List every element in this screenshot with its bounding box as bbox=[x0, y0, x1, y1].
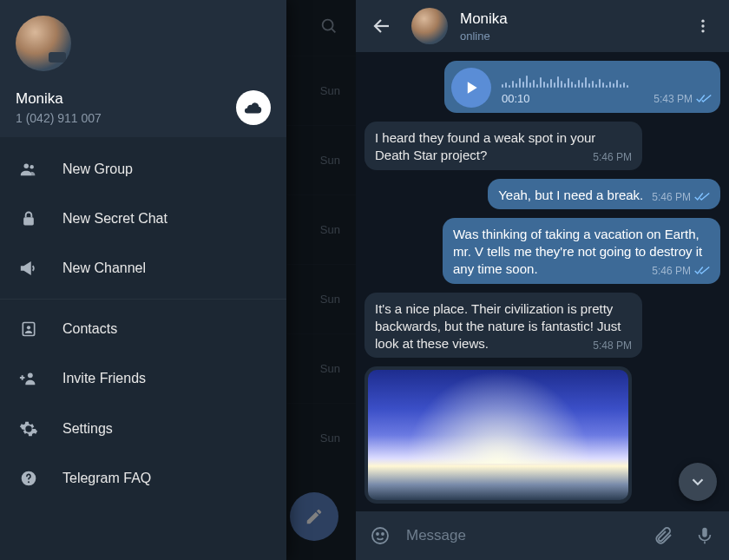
message-body: I heard they found a weak spot in your D… bbox=[375, 130, 595, 162]
emoji-button[interactable] bbox=[361, 517, 399, 555]
invite-icon bbox=[19, 369, 38, 388]
chevron-down-icon bbox=[688, 472, 707, 491]
attach-button[interactable] bbox=[644, 517, 682, 555]
drawer-menu: New Group New Secret Chat New Channel bbox=[0, 137, 286, 510]
gear-icon bbox=[19, 419, 38, 438]
svg-point-2 bbox=[24, 164, 30, 169]
svg-point-13 bbox=[372, 528, 388, 544]
menu-new-secret-chat[interactable]: New Secret Chat bbox=[0, 194, 286, 243]
message-text[interactable]: It's a nice place. Their civilization is… bbox=[364, 293, 642, 359]
drawer-panel: Sun Sun Sun Sun Sun Sun Monika 1 (042) 9… bbox=[0, 0, 356, 560]
menu-settings[interactable]: Settings bbox=[0, 404, 286, 454]
menu-label: New Channel bbox=[62, 260, 146, 276]
search-icon[interactable] bbox=[319, 16, 338, 39]
menu-label: Telegram FAQ bbox=[62, 471, 151, 486]
saved-messages-button[interactable] bbox=[236, 90, 271, 125]
chat-avatar[interactable] bbox=[411, 8, 448, 44]
voice-record-button[interactable] bbox=[686, 517, 724, 555]
menu-invite-friends[interactable]: Invite Friends bbox=[0, 353, 286, 404]
read-receipt-icon bbox=[696, 94, 712, 104]
message-text[interactable]: I heard they found a weak spot in your D… bbox=[364, 122, 642, 170]
message-text[interactable]: Was thinking of taking a vacation on Ear… bbox=[443, 218, 720, 284]
menu-label: New Group bbox=[62, 161, 133, 177]
more-options-button[interactable] bbox=[686, 9, 720, 43]
play-button[interactable] bbox=[451, 68, 491, 108]
svg-point-12 bbox=[701, 30, 704, 32]
svg-point-14 bbox=[377, 533, 378, 535]
menu-contacts[interactable]: Contacts bbox=[0, 305, 286, 353]
compose-fab[interactable] bbox=[290, 492, 338, 541]
message-time: 5:46 PM bbox=[652, 264, 691, 278]
group-icon bbox=[19, 160, 38, 179]
microphone-icon bbox=[695, 526, 714, 545]
message-list[interactable]: 00:10 5:43 PM I heard they fou bbox=[356, 52, 729, 511]
svg-point-15 bbox=[382, 533, 384, 535]
profile-phone: 1 (042) 911 007 bbox=[16, 111, 102, 125]
message-time: 5:46 PM bbox=[652, 190, 691, 204]
message-time: 5:46 PM bbox=[593, 150, 632, 164]
svg-point-0 bbox=[323, 20, 333, 30]
back-button[interactable] bbox=[364, 9, 399, 43]
message-body: It's a nice place. Their civilization is… bbox=[375, 301, 621, 352]
arrow-left-icon bbox=[371, 16, 392, 36]
svg-point-10 bbox=[701, 20, 704, 23]
message-voice[interactable]: 00:10 5:43 PM bbox=[444, 61, 720, 113]
svg-point-3 bbox=[30, 165, 33, 168]
photo-thumbnail[interactable] bbox=[368, 370, 628, 500]
chat-header: Monika online bbox=[356, 0, 729, 52]
message-text[interactable]: Yeah, but I need a break. 5:46 PM bbox=[488, 179, 720, 209]
message-photo[interactable] bbox=[364, 366, 632, 504]
help-icon bbox=[19, 470, 38, 487]
menu-label: New Secret Chat bbox=[62, 211, 167, 227]
menu-label: Settings bbox=[62, 421, 113, 437]
menu-label: Contacts bbox=[62, 321, 117, 337]
svg-point-6 bbox=[27, 326, 30, 329]
svg-point-11 bbox=[701, 24, 704, 27]
read-receipt-icon bbox=[694, 192, 710, 202]
message-body: Yeah, but I need a break. bbox=[498, 188, 643, 202]
paperclip-icon bbox=[653, 525, 673, 546]
chat-name: Monika bbox=[460, 10, 673, 28]
navigation-drawer: Monika 1 (042) 911 007 New Group New Se bbox=[0, 0, 286, 560]
drawer-header: Monika 1 (042) 911 007 bbox=[0, 0, 286, 137]
scroll-to-bottom-button[interactable] bbox=[679, 463, 717, 501]
message-input[interactable] bbox=[403, 527, 640, 544]
menu-new-group[interactable]: New Group bbox=[0, 144, 286, 194]
svg-point-9 bbox=[28, 481, 30, 483]
megaphone-icon bbox=[19, 259, 38, 278]
contact-icon bbox=[19, 320, 38, 338]
menu-label: Invite Friends bbox=[62, 371, 146, 386]
profile-avatar[interactable] bbox=[16, 16, 71, 71]
cloud-icon bbox=[244, 102, 263, 114]
play-icon bbox=[463, 79, 480, 96]
chat-status: online bbox=[460, 30, 673, 43]
message-time: 5:43 PM bbox=[653, 92, 693, 106]
emoji-icon bbox=[370, 525, 391, 546]
svg-rect-4 bbox=[23, 217, 34, 225]
voice-duration: 00:10 bbox=[502, 91, 530, 107]
svg-rect-16 bbox=[702, 528, 707, 537]
chat-screen: Monika online 00:10 bbox=[356, 0, 729, 560]
chat-title-block[interactable]: Monika online bbox=[460, 10, 673, 43]
profile-name: Monika bbox=[16, 90, 102, 108]
message-time: 5:48 PM bbox=[593, 339, 632, 352]
lock-icon bbox=[19, 210, 38, 227]
svg-line-1 bbox=[332, 29, 335, 32]
kebab-icon bbox=[694, 17, 712, 35]
svg-point-7 bbox=[28, 372, 33, 378]
menu-telegram-faq[interactable]: Telegram FAQ bbox=[0, 454, 286, 503]
message-composer bbox=[356, 511, 729, 560]
menu-separator bbox=[0, 299, 286, 300]
menu-new-channel[interactable]: New Channel bbox=[0, 243, 286, 293]
waveform[interactable] bbox=[502, 69, 712, 88]
read-receipt-icon bbox=[694, 266, 710, 276]
